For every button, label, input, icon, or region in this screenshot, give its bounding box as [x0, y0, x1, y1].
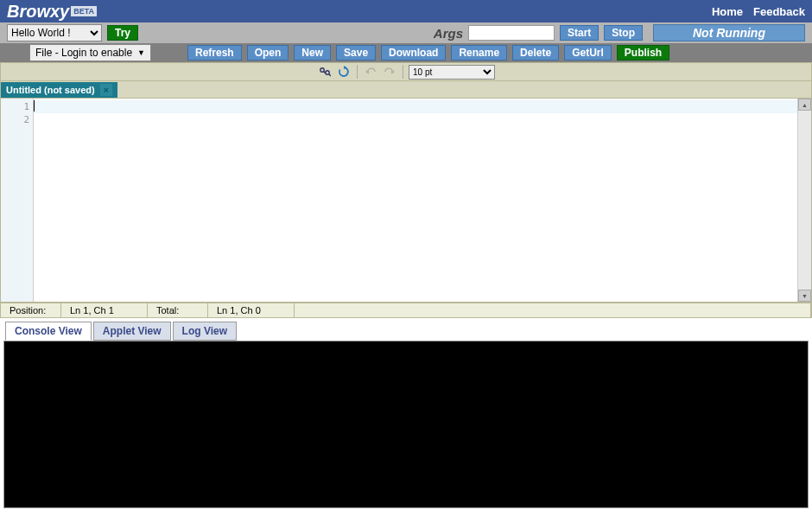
run-status: Not Running: [653, 24, 805, 41]
refresh-icon[interactable]: [336, 64, 352, 80]
separator: [403, 65, 403, 79]
args-label: Args: [434, 26, 463, 41]
close-tab-icon[interactable]: ×: [100, 84, 112, 96]
tab-console-view[interactable]: Console View: [5, 322, 92, 341]
tab-applet-view[interactable]: Applet View: [93, 322, 171, 341]
undo-icon[interactable]: [363, 64, 378, 80]
current-line-highlight: [34, 100, 797, 113]
console-output: [3, 341, 809, 508]
font-size-select[interactable]: 10 pt: [409, 65, 495, 80]
args-input[interactable]: [468, 25, 555, 41]
file-menu-label: File - Login to enable: [35, 47, 132, 59]
file-menu[interactable]: File - Login to enable ▼: [29, 44, 151, 61]
home-link[interactable]: Home: [712, 5, 743, 18]
logo-text: Browxy: [7, 2, 69, 22]
header-links: Home Feedback: [712, 5, 805, 18]
total-value: Ln 1, Ch 0: [208, 303, 295, 317]
svg-point-0: [320, 68, 324, 72]
toolbar-secondary: File - Login to enable ▼ Refresh Open Ne…: [0, 43, 812, 62]
output-tabs: Console View Applet View Log View: [0, 322, 812, 341]
scroll-down-icon[interactable]: ▼: [798, 290, 811, 302]
separator: [357, 65, 358, 79]
beta-badge: BETA: [71, 6, 97, 16]
svg-line-3: [329, 74, 331, 76]
toolbar-primary: Hello World ! Try Args Start Stop Not Ru…: [0, 22, 812, 43]
redo-icon[interactable]: [382, 64, 397, 80]
file-tab-title: Untitled (not saved): [6, 85, 95, 95]
text-caret: [34, 100, 35, 112]
position-label: Position:: [1, 303, 61, 317]
open-button[interactable]: Open: [247, 45, 289, 61]
editor-tabs: Untitled (not saved) ×: [0, 81, 812, 99]
file-tab[interactable]: Untitled (not saved) ×: [1, 82, 117, 98]
project-select[interactable]: Hello World !: [7, 24, 102, 41]
try-button[interactable]: Try: [107, 25, 138, 41]
find-icon[interactable]: [317, 64, 333, 80]
start-button[interactable]: Start: [560, 25, 599, 41]
logo: Browxy BETA: [7, 2, 97, 22]
editor-status-bar: Position: Ln 1, Ch 1 Total: Ln 1, Ch 0: [0, 303, 812, 318]
line-gutter: 1 2: [1, 99, 34, 302]
line-number: 1: [4, 100, 29, 113]
line-number: 2: [4, 113, 29, 126]
new-button[interactable]: New: [294, 45, 331, 61]
total-label: Total:: [148, 303, 208, 317]
scroll-up-icon[interactable]: ▲: [798, 99, 811, 111]
stop-button[interactable]: Stop: [604, 25, 643, 41]
feedback-link[interactable]: Feedback: [753, 5, 805, 18]
caret-down-icon: ▼: [137, 48, 145, 57]
rename-button[interactable]: Rename: [451, 45, 507, 61]
app-header: Browxy BETA Home Feedback: [0, 0, 812, 22]
refresh-button[interactable]: Refresh: [187, 45, 242, 61]
status-spacer: [295, 303, 811, 317]
toolbar-editor: 10 pt: [0, 62, 812, 81]
delete-button[interactable]: Delete: [512, 45, 559, 61]
editor-scrollbar[interactable]: ▲ ▼: [797, 99, 811, 302]
publish-button[interactable]: Publish: [617, 45, 669, 61]
geturl-button[interactable]: GetUrl: [564, 45, 612, 61]
svg-point-2: [326, 71, 329, 74]
position-value: Ln 1, Ch 1: [61, 303, 148, 317]
code-editor[interactable]: [34, 99, 797, 302]
tab-log-view[interactable]: Log View: [173, 322, 237, 341]
save-button[interactable]: Save: [336, 45, 376, 61]
editor-area: 1 2 ▲ ▼: [0, 99, 812, 303]
download-button[interactable]: Download: [381, 45, 446, 61]
